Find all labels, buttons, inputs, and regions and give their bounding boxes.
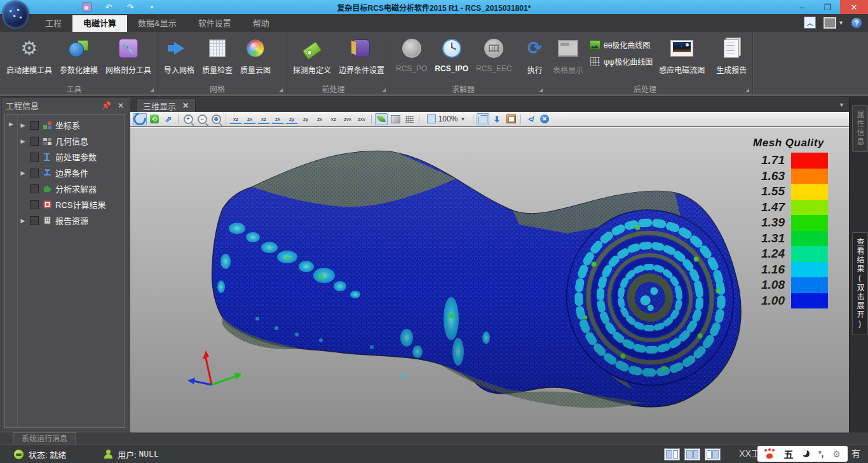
group-dialog-launcher-icon[interactable] [745,88,749,92]
viewport-3d[interactable]: Mesh Quality 1.71 1.63 1.55 1.47 1.39 1.… [130,127,850,432]
tab-help[interactable]: 帮助 [242,15,280,32]
view-results-tab[interactable]: 查看结果(双击展开) [852,232,868,335]
tab-list-caret-icon[interactable]: ▼ [839,102,844,108]
rcs-eec-button[interactable]: RCS_EEC [472,34,516,74]
expand-icon[interactable]: ▶ [19,122,27,128]
layout-bottom-panel-icon[interactable] [705,448,721,460]
pan-zoom-icon[interactable]: ⇗ [162,113,175,125]
layout-left-panel-icon[interactable] [664,448,680,460]
table-display-button[interactable]: 表格展示 [549,34,587,76]
quality-check-button[interactable]: 质量检查 [198,34,236,76]
drop-down-arrow-icon[interactable]: ⬇ [491,113,503,125]
ime-punctuation-toggle[interactable]: °, [818,450,824,459]
properties-tab[interactable]: 属性信息 [852,105,868,152]
checkbox[interactable] [30,137,39,146]
close-view-icon[interactable]: ✕ [538,113,551,125]
boundary-settings-button[interactable]: 边界条件设置 [335,34,388,76]
view-left-icon[interactable]: xz [257,114,270,124]
view-front-icon[interactable]: xz [229,114,242,124]
title-bar: ↶ ↷ ▼ 复杂目标RCS电磁分析软件2015 R1 - RCS_2015031… [0,0,868,14]
tab-data-display[interactable]: 数据&显示 [127,15,187,32]
probe-angle-button[interactable]: 探测角定义 [289,34,335,76]
rcs-po-button[interactable]: RCS_PO [392,34,431,74]
flat-mode-icon[interactable] [389,113,402,125]
mesh-partition-button[interactable]: 🔧 网格剖分工具 [102,34,155,76]
mesh-quality-legend: Mesh Quality 1.71 1.63 1.55 1.47 1.39 1.… [748,137,829,308]
tab-close-icon[interactable]: ✕ [182,101,189,110]
ime-settings-gear-icon[interactable]: ⚙ [832,449,841,459]
minimize-button[interactable]: – [789,0,815,14]
parametric-modeling-button[interactable]: 参数化建模 [56,34,102,76]
view-right-icon[interactable]: zx [271,114,284,124]
clip-plane-icon[interactable] [477,113,489,125]
tab-em-compute[interactable]: 电磁计算 [72,15,127,32]
tab-3d-display[interactable]: 三维显示 ✕ [136,98,196,113]
ime-wubi-mode[interactable]: 五 [783,447,793,460]
zoom-level-combo[interactable]: 100% ▼ [423,113,470,125]
group-dialog-launcher-icon[interactable] [539,88,543,92]
share-icon[interactable]: ≮ [524,113,537,125]
expand-icon[interactable]: ▶ [19,138,27,144]
shaded-mode-icon[interactable] [375,113,388,125]
display-style-icon[interactable] [824,17,836,29]
tab-project[interactable]: 工程 [34,15,72,32]
theta-polarization-curve-button[interactable]: θθ极化曲线图 [590,39,653,50]
collapse-ribbon-icon[interactable]: ︿ [804,17,816,29]
tab-software-settings[interactable]: 软件设置 [187,15,242,32]
spin-view-icon[interactable]: ⟲ [148,113,161,125]
book-icon [353,39,370,57]
execute-button[interactable]: ⟳ 执行 [520,34,550,76]
wireframe-grid-icon[interactable] [403,113,416,125]
psi-polarization-curve-button[interactable]: ψψ极化曲线图 [590,56,653,67]
tree-item-rcs-results[interactable]: RCS计算结果 [18,197,125,212]
pin-icon[interactable]: 📌 [102,101,111,110]
zoom-fit-icon[interactable]: ⊕ [210,113,222,125]
view-iso2-icon[interactable]: xz [327,114,340,124]
group-dialog-launcher-icon[interactable] [382,88,386,92]
induced-current-map-button[interactable]: 感应电磁流图 [655,34,709,76]
photo-icon [670,40,693,57]
import-mesh-button[interactable]: 导入网格 [160,34,198,76]
app-logo[interactable] [2,1,29,29]
expand-icon[interactable]: ▶ [19,218,27,224]
orbit-rotate-icon[interactable] [133,113,147,125]
display-style-caret-icon[interactable]: ▼ [838,20,844,26]
snapshot-icon[interactable] [505,113,517,125]
generate-report-button[interactable]: 生成报告 [712,34,750,76]
checkbox[interactable] [30,153,39,162]
ime-halfwidth-moon-icon[interactable] [803,450,810,457]
ime-paw-icon[interactable] [764,449,775,459]
checkbox[interactable] [30,200,39,209]
zoom-out-icon[interactable]: − [196,113,208,125]
checkbox[interactable] [30,169,39,177]
expand-icon[interactable]: ▶ [19,170,27,176]
tree-item-boundary-conditions[interactable]: ▶ 边界条件 [18,165,125,181]
restore-button[interactable]: ❐ [815,0,840,14]
layout-split-panel-icon[interactable] [684,448,700,460]
tree-item-coordinate-system[interactable]: ▶ 坐标系 [18,117,125,133]
view-top-icon[interactable]: zy [285,114,298,124]
view-back-icon[interactable]: zx [243,114,256,124]
tree-item-preprocess-params[interactable]: T 前处理参数 [18,149,125,165]
tree-item-report-resources[interactable]: ▶ 报告资源 [18,212,125,228]
tree-item-solver[interactable]: 分析求解器 [18,181,125,197]
view-bottom-icon[interactable]: zy [299,114,312,124]
quality-contour-button[interactable]: 质量云图 [236,34,275,76]
view-iso4-icon[interactable]: zxv [355,114,368,124]
checkbox[interactable] [30,121,39,130]
panel-close-icon[interactable]: ✕ [118,101,124,110]
zoom-in-icon[interactable]: + [182,113,194,125]
group-dialog-launcher-icon[interactable] [150,88,154,92]
tree-item-geometry-info[interactable]: ▶ 几何信息 [18,133,125,149]
view-iso3-icon[interactable]: zvx [341,114,354,124]
launch-modeler-button[interactable]: ⚙ 启动建模工具 [3,34,56,76]
system-messages-tab[interactable]: 系统运行消息 [13,432,76,445]
close-button[interactable]: ✕ [840,0,868,14]
root-expand-icon[interactable]: ▶ [9,121,13,127]
checkbox[interactable] [30,184,39,193]
help-icon[interactable]: ? [851,18,862,28]
view-iso1-icon[interactable]: zx [313,114,326,124]
group-dialog-launcher-icon[interactable] [279,88,283,92]
rcs-ipo-button[interactable]: RCS_IPO [431,34,472,74]
checkbox[interactable] [30,216,39,225]
